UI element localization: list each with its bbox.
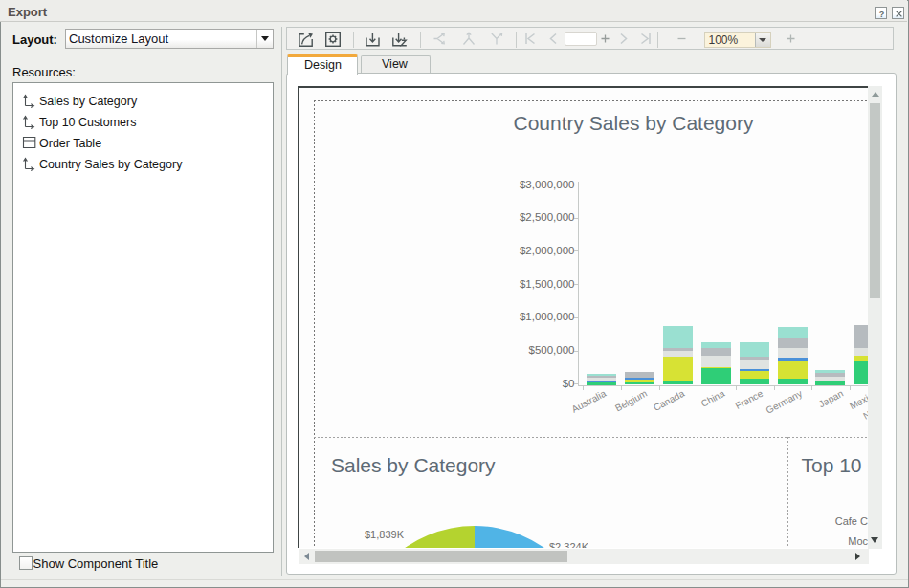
- svg-text:?: ?: [879, 9, 885, 18]
